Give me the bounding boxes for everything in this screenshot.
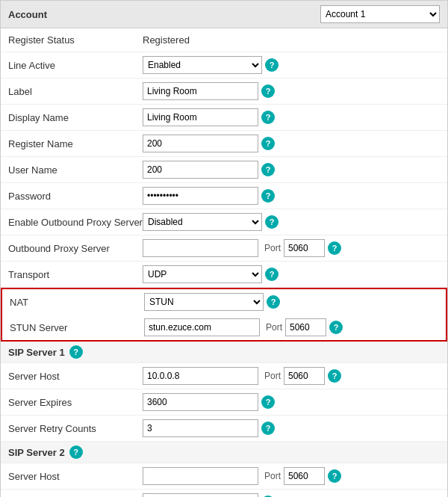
label-field-area: ? — [143, 82, 440, 100]
main-container: Account Account 1 Register Status Regist… — [0, 0, 448, 497]
nat-label: NAT — [10, 297, 144, 308]
display-name-row: Display Name ? — [1, 105, 447, 131]
register-status-label: Register Status — [8, 34, 143, 46]
user-name-field: ? — [143, 161, 440, 179]
sip-server-2-header: SIP Server 2 ? — [1, 442, 447, 463]
account-label: Account — [8, 9, 47, 20]
sip2-server-host-input[interactable] — [143, 467, 258, 485]
sip2-server-expires-input[interactable] — [143, 493, 258, 497]
nat-help-icon[interactable]: ? — [267, 295, 280, 309]
outbound-proxy-input[interactable] — [143, 239, 258, 257]
sip1-server-expires-label: Server Expires — [8, 397, 143, 408]
sip-server-1-help-icon[interactable]: ? — [69, 345, 83, 359]
sip1-server-retry-label: Server Retry Counts — [8, 423, 143, 434]
account-section-header: Account Account 1 — [1, 1, 447, 28]
user-name-row: User Name ? — [1, 157, 447, 183]
outbound-proxy-row: Outbound Proxy Server Port ? — [1, 235, 447, 262]
user-name-input[interactable] — [143, 161, 258, 179]
sip2-server-host-help-icon[interactable]: ? — [328, 469, 341, 483]
transport-label: Transport — [8, 269, 143, 280]
sip1-server-expires-help-icon[interactable]: ? — [261, 395, 275, 409]
outbound-port-label: Port — [264, 243, 281, 253]
password-field: ? — [143, 187, 440, 205]
outbound-proxy-help-icon[interactable]: ? — [328, 241, 341, 255]
register-name-label: Register Name — [8, 138, 143, 149]
sip1-server-expires-input[interactable] — [143, 393, 258, 411]
stun-server-input[interactable] — [144, 318, 260, 336]
label-help-icon[interactable]: ? — [261, 84, 275, 98]
password-input[interactable] — [143, 187, 258, 205]
account-select-area: Account 1 — [320, 5, 440, 23]
sip1-server-retry-field: ? — [143, 419, 440, 437]
sip2-server-host-row: Server Host Port ? — [1, 463, 447, 490]
display-name-label: Display Name — [8, 112, 143, 123]
stun-server-label: STUN Server — [10, 322, 144, 333]
sip-server-1-header: SIP Server 1 ? — [1, 342, 447, 363]
line-active-help-icon[interactable]: ? — [265, 58, 279, 72]
sip1-server-host-help-icon[interactable]: ? — [328, 369, 341, 383]
sip1-server-expires-row: Server Expires ? — [1, 389, 447, 416]
stun-server-row: STUN Server Port ? — [1, 315, 447, 342]
password-help-icon[interactable]: ? — [261, 189, 275, 203]
sip1-server-host-field: Port ? — [143, 367, 440, 385]
stun-port-label: Port — [266, 322, 282, 333]
outbound-proxy-label: Outbound Proxy Server — [8, 243, 143, 254]
sip1-port-label: Port — [264, 371, 281, 381]
label-row: Label ? — [1, 78, 447, 105]
enable-outbound-help-icon[interactable]: ? — [265, 215, 279, 229]
sip1-server-retry-row: Server Retry Counts ? — [1, 416, 447, 442]
display-name-field: ? — [143, 108, 440, 126]
stun-server-help-icon[interactable]: ? — [329, 321, 343, 334]
display-name-input[interactable] — [143, 108, 258, 126]
sip1-server-host-row: Server Host Port ? — [1, 363, 447, 389]
line-active-row: Line Active Enabled ? — [1, 52, 447, 78]
password-row: Password ? — [1, 183, 447, 209]
stun-port-input[interactable] — [285, 318, 326, 336]
sip2-port-label: Port — [264, 471, 281, 481]
sip1-server-host-input[interactable] — [143, 367, 258, 385]
register-name-help-icon[interactable]: ? — [261, 137, 275, 150]
sip-server-2-title: SIP Server 2 — [8, 447, 65, 458]
line-active-select[interactable]: Enabled — [143, 56, 262, 74]
register-status-row: Register Status Registered — [1, 28, 447, 52]
sip-server-1-title: SIP Server 1 — [8, 347, 65, 358]
outbound-port-input[interactable] — [284, 239, 325, 257]
label-field-label: Label — [8, 86, 143, 97]
sip2-server-host-field: Port ? — [143, 467, 440, 485]
register-name-field: ? — [143, 135, 440, 152]
display-name-help-icon[interactable]: ? — [261, 111, 275, 124]
nat-row: NAT STUN ? — [1, 288, 447, 315]
outbound-proxy-field: Port ? — [143, 239, 440, 257]
line-active-field: Enabled ? — [143, 56, 440, 74]
enable-outbound-label: Enable Outbound Proxy Server — [8, 217, 143, 228]
stun-server-field: Port ? — [144, 318, 438, 336]
sip2-server-expires-field: ? — [143, 493, 440, 497]
register-name-input[interactable] — [143, 135, 258, 152]
register-name-row: Register Name ? — [1, 131, 447, 157]
transport-help-icon[interactable]: ? — [265, 268, 279, 281]
enable-outbound-select[interactable]: Disabled — [143, 213, 262, 231]
enable-outbound-field: Disabled ? — [143, 213, 440, 231]
sip2-server-expires-row: Server Expires ? — [1, 490, 447, 497]
line-active-label: Line Active — [8, 60, 143, 71]
sip-server-2-help-icon[interactable]: ? — [69, 445, 83, 459]
user-name-help-icon[interactable]: ? — [261, 163, 275, 176]
sip1-server-host-label: Server Host — [8, 371, 143, 382]
user-name-label: User Name — [8, 164, 143, 176]
sip1-server-retry-input[interactable] — [143, 419, 258, 437]
password-label: Password — [8, 191, 143, 202]
transport-field: UDP ? — [143, 265, 440, 283]
enable-outbound-row: Enable Outbound Proxy Server Disabled ? — [1, 209, 447, 235]
sip2-port-input[interactable] — [284, 467, 325, 485]
transport-row: Transport UDP ? — [1, 262, 447, 288]
account-select[interactable]: Account 1 — [320, 5, 440, 23]
label-input[interactable] — [143, 82, 258, 100]
transport-select[interactable]: UDP — [143, 265, 262, 283]
register-status-field: Registered — [143, 34, 440, 46]
nat-field: STUN ? — [144, 293, 438, 311]
nat-select[interactable]: STUN — [144, 293, 264, 311]
register-status-value: Registered — [143, 34, 190, 46]
sip1-port-input[interactable] — [284, 367, 325, 385]
sip1-server-retry-help-icon[interactable]: ? — [261, 422, 275, 435]
sip1-server-expires-field: ? — [143, 393, 440, 411]
